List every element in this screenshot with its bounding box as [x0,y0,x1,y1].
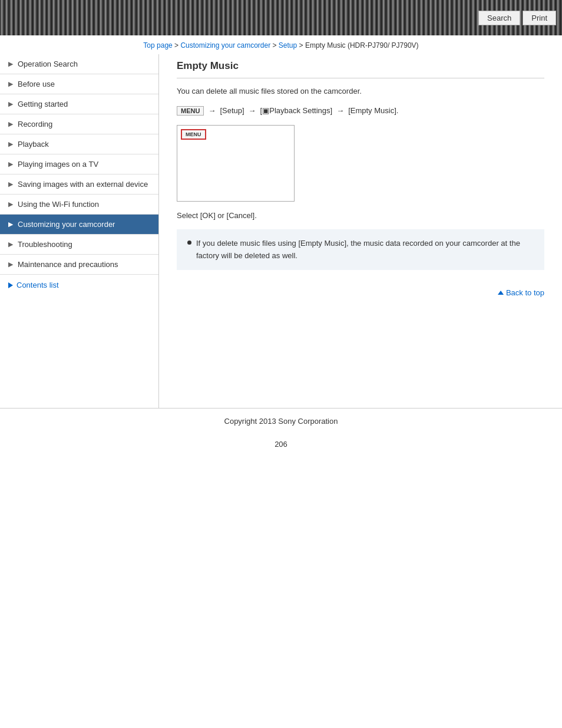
sidebar: ▶ Operation Search ▶ Before use ▶ Gettin… [0,54,159,408]
sidebar-item-maintenance[interactable]: ▶ Maintenance and precautions [0,255,158,275]
breadcrumb-sep3: > [297,41,305,50]
select-text: Select [OK] or [Cancel]. [177,211,544,220]
note-box: If you delete music files using [Empty M… [177,229,544,271]
sidebar-item-before-use[interactable]: ▶ Before use [0,74,158,94]
page-number: 206 [0,430,562,451]
sidebar-item-playback[interactable]: ▶ Playback [0,134,158,154]
arrow-icon: ▶ [8,80,13,88]
arrow-icon-3: → [336,106,344,115]
sidebar-item-operation-search[interactable]: ▶ Operation Search [0,54,158,74]
breadcrumb: Top page > Customizing your camcorder > … [0,35,562,54]
contents-list-label: Contents list [16,281,59,289]
back-to-top: Back to top [177,282,544,301]
instruction-step1: [Setup] [220,106,244,115]
arrow-icon: ▶ [8,200,13,208]
arrow-icon-2: → [249,106,256,115]
back-to-top-link[interactable]: Back to top [498,288,544,297]
arrow-icon: ▶ [8,261,13,268]
sidebar-label: Using the Wi-Fi function [18,200,153,209]
arrow-icon: ▶ [8,100,13,108]
breadcrumb-current: Empty Music (HDR-PJ790/ PJ790V) [305,41,419,50]
screen-image: MENU [177,125,295,202]
breadcrumb-customizing-link[interactable]: Customizing your camcorder [180,41,270,50]
note-bullet: If you delete music files using [Empty M… [187,238,534,262]
instruction-step2: [▣Playback Settings] [260,106,333,115]
page-title: Empty Music [177,60,544,78]
screen-menu-button: MENU [181,129,206,140]
breadcrumb-top-link[interactable]: Top page [143,41,172,50]
print-button[interactable]: Print [523,11,556,25]
arrow-icon: ▶ [8,220,13,228]
instruction-step3: [Empty Music]. [348,106,398,115]
sidebar-label: Customizing your camcorder [18,220,153,229]
breadcrumb-sep1: > [173,41,181,50]
header: Search Print [0,0,562,35]
description-text: You can delete all music files stored on… [177,85,544,98]
arrow-icon-1: → [208,106,216,115]
arrow-icon: ▶ [8,160,13,168]
screen-image-container: MENU [177,125,544,202]
arrow-icon: ▶ [8,120,13,128]
main-content: Empty Music You can delete all music fil… [159,54,562,408]
arrow-right-icon [8,282,13,288]
sidebar-label: Playback [18,140,153,149]
sidebar-item-playing-images-tv[interactable]: ▶ Playing images on a TV [0,154,158,174]
sidebar-item-getting-started[interactable]: ▶ Getting started [0,94,158,114]
triangle-up-icon [498,291,504,295]
arrow-icon: ▶ [8,180,13,188]
sidebar-item-recording[interactable]: ▶ Recording [0,114,158,134]
instruction-line: MENU → [Setup] → [▣Playback Settings] → … [177,106,544,116]
breadcrumb-sep2: > [270,41,279,50]
layout: ▶ Operation Search ▶ Before use ▶ Gettin… [0,54,562,408]
arrow-icon: ▶ [8,241,13,248]
back-to-top-label: Back to top [506,288,544,297]
search-button[interactable]: Search [478,11,520,25]
sidebar-label: Getting started [18,100,153,108]
arrow-icon: ▶ [8,60,13,68]
copyright-text: Copyright 2013 Sony Corporation [224,417,338,426]
note-text: If you delete music files using [Empty M… [196,238,534,262]
menu-key-label: MENU [177,106,204,116]
sidebar-label: Saving images with an external device [18,180,153,189]
bullet-icon [187,241,191,245]
sidebar-label: Before use [18,80,153,88]
contents-list-link[interactable]: Contents list [0,275,158,295]
sidebar-label: Playing images on a TV [18,160,153,169]
sidebar-item-saving-images[interactable]: ▶ Saving images with an external device [0,174,158,195]
sidebar-item-wifi[interactable]: ▶ Using the Wi-Fi function [0,195,158,215]
sidebar-item-customizing[interactable]: ▶ Customizing your camcorder [0,215,158,235]
sidebar-label: Maintenance and precautions [18,260,153,269]
sidebar-label: Recording [18,120,153,129]
footer: Copyright 2013 Sony Corporation [0,408,562,430]
sidebar-label: Operation Search [18,60,153,68]
arrow-icon: ▶ [8,140,13,148]
sidebar-label: Troubleshooting [18,240,153,249]
breadcrumb-setup-link[interactable]: Setup [279,41,297,50]
sidebar-item-troubleshooting[interactable]: ▶ Troubleshooting [0,235,158,255]
